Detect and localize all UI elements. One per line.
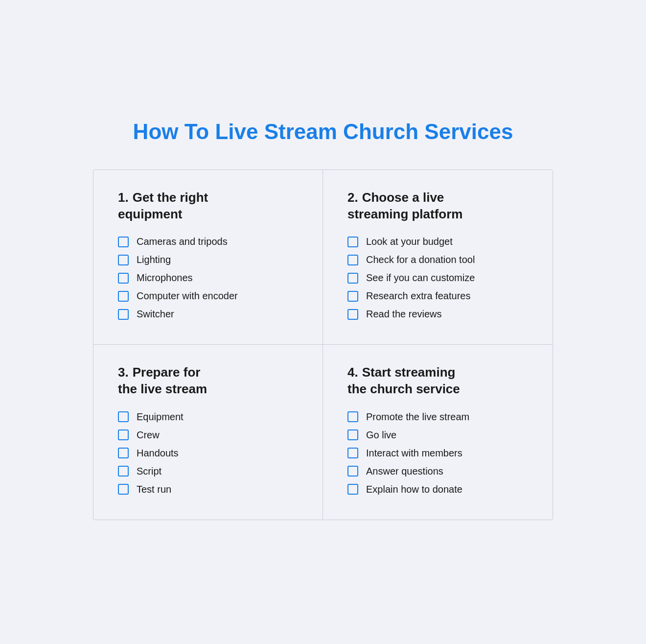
checkbox-icon[interactable] — [347, 309, 358, 320]
checkbox-icon[interactable] — [347, 411, 358, 422]
main-card: How To Live Stream Church Services 1.Get… — [54, 90, 592, 554]
list-item: Equipment — [118, 411, 298, 423]
item-label: Test run — [137, 484, 171, 495]
checkbox-icon[interactable] — [118, 237, 129, 247]
list-item: See if you can customize — [347, 272, 528, 284]
item-label: Lighting — [137, 254, 171, 265]
list-item: Handouts — [118, 448, 298, 459]
item-label: See if you can customize — [366, 272, 475, 284]
content-grid: 1.Get the rightequipment Cameras and tri… — [93, 169, 553, 520]
section-1-number: 1. — [118, 190, 129, 205]
section-3-list: Equipment Crew Handouts Script Test run — [118, 411, 298, 495]
section-2-heading: 2.Choose a livestreaming platform — [347, 190, 528, 223]
checkbox-icon[interactable] — [118, 255, 129, 265]
list-item: Read the reviews — [347, 309, 528, 320]
section-4-list: Promote the live stream Go live Interact… — [347, 411, 528, 495]
checkbox-icon[interactable] — [347, 466, 358, 477]
item-label: Go live — [366, 429, 396, 441]
item-label: Look at your budget — [366, 236, 453, 247]
list-item: Script — [118, 466, 298, 477]
checkbox-icon[interactable] — [347, 291, 358, 302]
item-label: Switcher — [137, 309, 174, 320]
section-3-heading: 3.Prepare forthe live stream — [118, 364, 298, 398]
list-item: Check for a donation tool — [347, 254, 528, 265]
list-item: Research extra features — [347, 290, 528, 302]
list-item: Interact with members — [347, 448, 528, 459]
list-item: Test run — [118, 484, 298, 495]
item-label: Promote the live stream — [366, 411, 469, 423]
item-label: Handouts — [137, 448, 179, 459]
list-item: Lighting — [118, 254, 298, 265]
quadrant-4: 4.Start streamingthe church service Prom… — [323, 345, 553, 520]
section-4-heading: 4.Start streamingthe church service — [347, 364, 528, 398]
list-item: Promote the live stream — [347, 411, 528, 423]
list-item: Switcher — [118, 309, 298, 320]
item-label: Crew — [137, 429, 160, 441]
section-1-list: Cameras and tripods Lighting Microphones… — [118, 236, 298, 320]
section-2-number: 2. — [347, 190, 358, 205]
list-item: Cameras and tripods — [118, 236, 298, 247]
quadrant-2: 2.Choose a livestreaming platform Look a… — [323, 170, 553, 345]
checkbox-icon[interactable] — [347, 273, 358, 284]
item-label: Computer with encoder — [137, 290, 238, 302]
checkbox-icon[interactable] — [118, 484, 129, 495]
item-label: Microphones — [137, 272, 193, 284]
item-label: Answer questions — [366, 466, 443, 477]
list-item: Microphones — [118, 272, 298, 284]
checkbox-icon[interactable] — [347, 237, 358, 247]
list-item: Computer with encoder — [118, 290, 298, 302]
checkbox-icon[interactable] — [118, 411, 129, 422]
list-item: Crew — [118, 429, 298, 441]
checkbox-icon[interactable] — [118, 466, 129, 477]
item-label: Equipment — [137, 411, 184, 423]
page-title: How To Live Stream Church Services — [93, 119, 553, 145]
item-label: Cameras and tripods — [137, 236, 228, 247]
checkbox-icon[interactable] — [118, 273, 129, 284]
checkbox-icon[interactable] — [347, 429, 358, 440]
checkbox-icon[interactable] — [118, 309, 129, 320]
checkbox-icon[interactable] — [118, 448, 129, 458]
section-4-number: 4. — [347, 365, 358, 380]
item-label: Read the reviews — [366, 309, 442, 320]
checkbox-icon[interactable] — [347, 448, 358, 458]
checkbox-icon[interactable] — [347, 484, 358, 495]
list-item: Go live — [347, 429, 528, 441]
checkbox-icon[interactable] — [347, 255, 358, 265]
item-label: Interact with members — [366, 448, 462, 459]
section-3-number: 3. — [118, 365, 129, 380]
item-label: Check for a donation tool — [366, 254, 475, 265]
item-label: Explain how to donate — [366, 484, 462, 495]
list-item: Answer questions — [347, 466, 528, 477]
item-label: Script — [137, 466, 162, 477]
section-2-list: Look at your budget Check for a donation… — [347, 236, 528, 320]
quadrant-1: 1.Get the rightequipment Cameras and tri… — [93, 170, 323, 345]
section-1-heading: 1.Get the rightequipment — [118, 190, 298, 223]
checkbox-icon[interactable] — [118, 429, 129, 440]
list-item: Look at your budget — [347, 236, 528, 247]
item-label: Research extra features — [366, 290, 470, 302]
list-item: Explain how to donate — [347, 484, 528, 495]
checkbox-icon[interactable] — [118, 291, 129, 302]
quadrant-3: 3.Prepare forthe live stream Equipment C… — [93, 345, 323, 520]
